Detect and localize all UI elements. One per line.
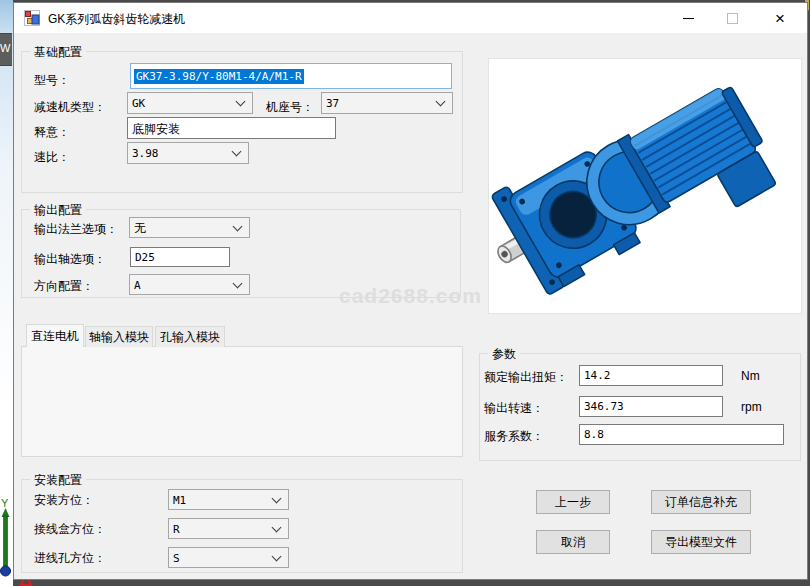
mount-orientation-select[interactable]: M1 xyxy=(168,489,289,510)
output-speed-input[interactable]: 346.73 xyxy=(579,396,723,417)
previous-step-button[interactable]: 上一步 xyxy=(536,490,610,514)
order-info-button[interactable]: 订单信息补充 xyxy=(651,490,751,514)
cancel-button[interactable]: 取消 xyxy=(536,530,610,554)
service-factor-label: 服务系数： xyxy=(484,428,544,445)
axis-y-icon: Y xyxy=(1,497,9,509)
frame-size-value: 37 xyxy=(326,97,339,110)
mount-orientation-value: M1 xyxy=(173,493,186,506)
tab-label: 孔输入模块 xyxy=(160,329,220,346)
cable-entry-value: S xyxy=(173,551,180,564)
direction-value: A xyxy=(134,278,141,291)
rated-torque-unit: Nm xyxy=(741,369,760,383)
axis-origin-icon xyxy=(1,566,11,576)
gear-motor-image xyxy=(489,59,801,313)
direct-motor-tab-page xyxy=(21,346,463,457)
ratio-label: 速比： xyxy=(34,149,70,166)
reducer-type-label: 减速机类型： xyxy=(34,99,106,116)
close-icon: × xyxy=(775,10,785,27)
junction-box-label: 接线盒方位： xyxy=(34,521,106,538)
rated-torque-input[interactable]: 14.2 xyxy=(579,365,723,386)
params-legend: 参数 xyxy=(488,346,520,363)
output-flange-value: 无 xyxy=(134,219,146,236)
tab-label: 轴输入模块 xyxy=(89,329,149,346)
junction-box-select[interactable]: R xyxy=(168,518,289,539)
meaning-label: 释意： xyxy=(34,124,70,141)
chevron-down-icon xyxy=(233,221,243,231)
output-speed-label: 输出转速： xyxy=(484,400,544,417)
frame-size-select[interactable]: 37 xyxy=(321,92,453,114)
chevron-down-icon xyxy=(236,97,246,107)
gear-reducer-dialog: GK系列弧齿斜齿轮减速机 × 基础配置 型号： GK37-3.98/Y-80M1… xyxy=(13,2,808,580)
ratio-value: 3.98 xyxy=(132,147,159,160)
model-input[interactable]: GK37-3.98/Y-80M1-4/A/M1-R xyxy=(130,63,452,89)
maximize-button xyxy=(710,3,754,33)
reducer-type-value: GK xyxy=(132,97,145,110)
chevron-down-icon xyxy=(233,278,243,288)
output-config-legend: 输出配置 xyxy=(30,202,86,219)
watermark: cad2688.com xyxy=(339,284,482,308)
output-shaft-label: 输出轴选项： xyxy=(34,251,106,268)
meaning-input[interactable]: 底脚安装 xyxy=(127,117,336,139)
model-label: 型号： xyxy=(34,72,70,89)
minimize-button[interactable] xyxy=(666,3,710,33)
mount-orientation-label: 安装方位： xyxy=(34,492,94,509)
app-form-icon xyxy=(24,10,40,26)
basic-config-legend: 基础配置 xyxy=(30,44,86,61)
tab-shaft-input-module[interactable]: 轴输入模块 xyxy=(85,326,153,347)
chevron-down-icon xyxy=(232,147,242,157)
service-factor-input[interactable]: 8.8 xyxy=(579,424,784,445)
output-flange-label: 输出法兰选项： xyxy=(34,221,118,238)
model-selected-text: GK37-3.98/Y-80M1-4/A/M1-R xyxy=(134,69,304,84)
frame-size-label: 机座号： xyxy=(266,99,314,116)
maximize-icon xyxy=(727,13,738,24)
chevron-down-icon xyxy=(272,522,282,532)
background-toolbar-button[interactable]: W xyxy=(0,33,12,66)
direction-label: 方向配置： xyxy=(34,278,94,295)
window-title: GK系列弧齿斜齿轮减速机 xyxy=(48,11,185,28)
tab-bore-input-module[interactable]: 孔输入模块 xyxy=(155,326,225,347)
install-config-legend: 安装配置 xyxy=(30,472,86,489)
title-bar: GK系列弧齿斜齿轮减速机 × xyxy=(14,3,807,33)
close-button[interactable]: × xyxy=(756,3,804,33)
junction-box-value: R xyxy=(173,522,180,535)
cable-entry-label: 进线孔方位： xyxy=(34,550,106,567)
chevron-down-icon xyxy=(272,493,282,503)
tab-label: 直连电机 xyxy=(31,328,79,345)
output-shaft-input[interactable]: D25 xyxy=(130,247,230,267)
output-flange-select[interactable]: 无 xyxy=(129,217,250,238)
chevron-down-icon xyxy=(436,97,446,107)
export-model-button[interactable]: 导出模型文件 xyxy=(651,530,751,554)
chevron-down-icon xyxy=(272,551,282,561)
output-speed-unit: rpm xyxy=(741,400,762,414)
cable-entry-select[interactable]: S xyxy=(168,547,289,568)
model-preview xyxy=(488,58,802,314)
reducer-type-select[interactable]: GK xyxy=(127,92,253,114)
direction-select[interactable]: A xyxy=(129,274,250,295)
tab-direct-motor[interactable]: 直连电机 xyxy=(26,324,84,347)
rated-torque-label: 额定输出扭矩： xyxy=(484,369,568,386)
ratio-select[interactable]: 3.98 xyxy=(127,142,249,164)
minimize-icon xyxy=(683,18,694,19)
